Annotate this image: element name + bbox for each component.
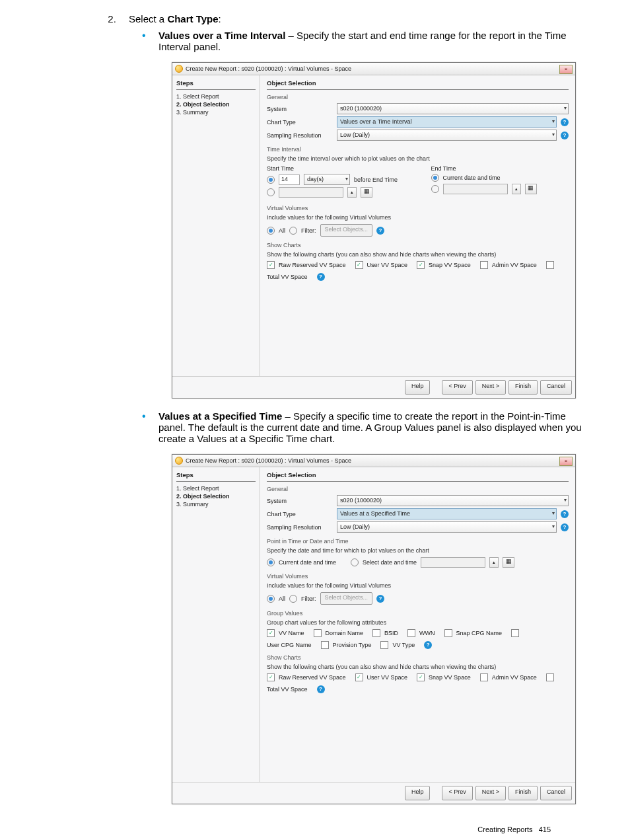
- step-object-selection[interactable]: Object Selection: [176, 492, 256, 500]
- info-icon[interactable]: ?: [376, 227, 384, 235]
- system-select[interactable]: s020 (1000020): [337, 495, 569, 506]
- sampling-label: Sampling Resolution: [267, 524, 333, 531]
- vv-filter-radio[interactable]: [289, 227, 297, 235]
- checkbox-label: User VV Space: [367, 674, 408, 681]
- checkbox-label: Provision Type: [333, 642, 372, 648]
- pit-current-radio[interactable]: [267, 558, 275, 566]
- show-charts-checks: Raw Reserved VV SpaceUser VV SpaceSnap V…: [267, 261, 569, 281]
- spinner-icon[interactable]: ▴: [489, 557, 499, 568]
- dialog-titlebar[interactable]: Create New Report : s020 (1000020) : Vir…: [172, 63, 575, 75]
- section-group-values: Group Values: [267, 610, 569, 617]
- chart-type-select[interactable]: Values over a Time Interval: [337, 116, 557, 128]
- pit-date-input[interactable]: [421, 557, 485, 568]
- info-icon[interactable]: ?: [376, 595, 384, 603]
- checkbox[interactable]: [444, 629, 452, 637]
- days-unit-select[interactable]: day(s): [304, 174, 350, 185]
- checkbox-label: BSID: [384, 630, 398, 636]
- checkbox[interactable]: [267, 673, 275, 681]
- checkbox-label: Admin VV Space: [492, 674, 537, 681]
- step-select-report[interactable]: Select Report: [176, 484, 256, 492]
- system-select[interactable]: s020 (1000020): [337, 103, 569, 114]
- select-objects-button[interactable]: Select Objects...: [320, 224, 373, 237]
- days-input[interactable]: 14: [279, 174, 300, 185]
- checkbox[interactable]: [480, 261, 488, 269]
- calendar-icon[interactable]: ▦: [525, 184, 537, 194]
- vv-filter-radio[interactable]: [289, 595, 297, 603]
- checkbox[interactable]: [407, 629, 415, 637]
- checkbox[interactable]: [480, 673, 488, 681]
- checkbox[interactable]: [355, 673, 363, 681]
- checkbox-label: Raw Reserved VV Space: [279, 674, 346, 681]
- calendar-icon[interactable]: ▦: [503, 557, 514, 568]
- info-icon[interactable]: ?: [561, 523, 569, 531]
- info-icon[interactable]: ?: [317, 273, 325, 281]
- calendar-icon[interactable]: ▦: [361, 187, 372, 198]
- checkbox-label: Domain Name: [326, 630, 364, 636]
- next-button[interactable]: Next >: [475, 380, 506, 395]
- info-icon[interactable]: ?: [561, 510, 569, 518]
- next-button[interactable]: Next >: [475, 786, 506, 800]
- spinner-icon[interactable]: ▴: [347, 187, 357, 198]
- checkbox[interactable]: [314, 629, 322, 637]
- finish-button[interactable]: Finish: [508, 380, 538, 395]
- sampling-select[interactable]: Low (Daily): [337, 130, 557, 141]
- end-current-radio[interactable]: [431, 174, 439, 182]
- page-footer: Creating Reports 415: [477, 825, 551, 833]
- checkbox[interactable]: [267, 261, 275, 269]
- vv-all-radio[interactable]: [267, 227, 275, 235]
- checkbox[interactable]: [417, 261, 425, 269]
- step-select-report[interactable]: Select Report: [176, 93, 256, 100]
- checkbox-label: Snap CPG Name: [456, 630, 503, 636]
- step-object-selection[interactable]: Object Selection: [176, 100, 256, 108]
- cancel-button[interactable]: Cancel: [540, 380, 572, 395]
- close-icon[interactable]: ×: [559, 457, 573, 466]
- checkbox-label: Total VV Space: [267, 274, 308, 280]
- finish-button[interactable]: Finish: [508, 786, 538, 800]
- checkbox[interactable]: [417, 673, 425, 681]
- checkbox[interactable]: [380, 641, 388, 649]
- steps-sidebar: Steps Select Report Object Selection Sum…: [172, 75, 260, 376]
- steps-header: Steps: [176, 470, 256, 482]
- cancel-button[interactable]: Cancel: [540, 786, 572, 800]
- checkbox-label: User CPG Name: [267, 642, 312, 648]
- info-icon[interactable]: ?: [424, 641, 432, 649]
- end-date-input[interactable]: [443, 184, 508, 194]
- info-icon[interactable]: ?: [317, 685, 325, 693]
- checkbox[interactable]: [355, 261, 363, 269]
- vv-all-radio[interactable]: [267, 595, 275, 603]
- checkbox[interactable]: [267, 629, 275, 637]
- pit-select-radio[interactable]: [351, 558, 359, 566]
- section-point-in-time: Point in Time or Date and Time: [267, 538, 569, 545]
- dialog-titlebar[interactable]: Create New Report : s020 (1000020) : Vir…: [172, 455, 575, 467]
- step-summary[interactable]: Summary: [176, 500, 256, 508]
- checkbox[interactable]: [321, 641, 329, 649]
- help-button[interactable]: Help: [405, 786, 431, 800]
- sampling-select[interactable]: Low (Daily): [337, 521, 557, 533]
- checkbox[interactable]: [372, 629, 380, 637]
- step-summary[interactable]: Summary: [176, 108, 256, 116]
- checkbox-label: WWN: [419, 630, 435, 636]
- app-icon: [175, 65, 183, 73]
- checkbox[interactable]: [546, 261, 554, 269]
- checkbox-label: VV Name: [279, 630, 304, 636]
- dialog-title-text: Create New Report : s020 (1000020) : Vir…: [186, 455, 351, 467]
- select-objects-button[interactable]: Select Objects...: [320, 592, 373, 605]
- info-icon[interactable]: ?: [561, 132, 569, 139]
- chart-type-select[interactable]: Values at a Specified Time: [337, 508, 557, 519]
- close-icon[interactable]: ×: [559, 65, 573, 74]
- section-virtual-volumes: Virtual Volumes: [267, 205, 569, 211]
- start-date-input[interactable]: [279, 187, 343, 198]
- section-time-interval: Time Interval: [267, 146, 569, 153]
- start-absolute-radio[interactable]: [267, 188, 275, 196]
- app-icon: [175, 457, 183, 465]
- start-relative-radio[interactable]: [267, 176, 275, 184]
- chart-type-label: Chart Type: [267, 511, 333, 517]
- end-absolute-radio[interactable]: [431, 185, 439, 193]
- info-icon[interactable]: ?: [561, 118, 569, 126]
- help-button[interactable]: Help: [405, 380, 431, 395]
- checkbox[interactable]: [546, 673, 554, 681]
- checkbox[interactable]: [511, 629, 519, 637]
- prev-button[interactable]: < Prev: [442, 786, 472, 800]
- prev-button[interactable]: < Prev: [442, 380, 472, 395]
- spinner-icon[interactable]: ▴: [512, 184, 521, 194]
